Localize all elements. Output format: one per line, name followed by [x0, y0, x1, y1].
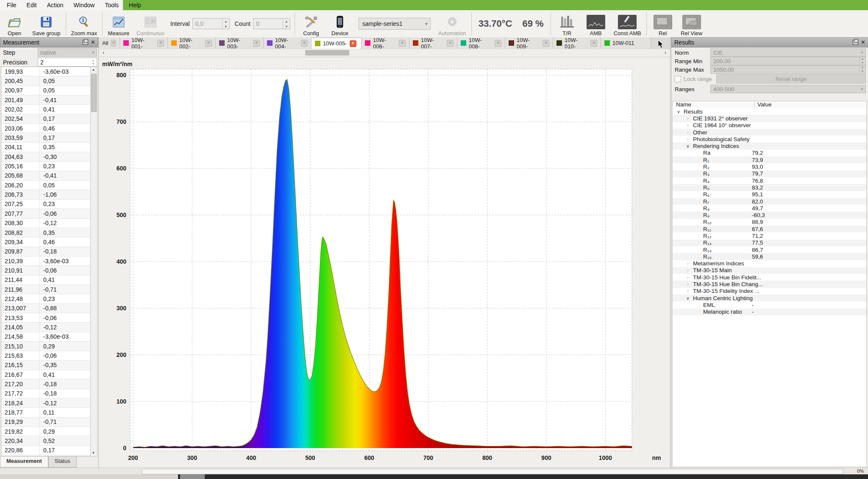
table-row[interactable]: 206,200,05 — [1, 181, 92, 190]
float-panel-icon[interactable] — [83, 40, 88, 45]
table-row[interactable]: 205,160,23 — [1, 162, 92, 171]
chart-scrollbar-thumb[interactable] — [305, 50, 349, 56]
table-row[interactable]: 199,93-3,60e-03 — [1, 67, 92, 76]
tree-row[interactable]: R₁₁67,6 — [673, 226, 866, 232]
table-row[interactable]: 208,820,35 — [1, 228, 92, 237]
table-row[interactable]: 217,20-0,18 — [1, 379, 92, 389]
zoom-max-button[interactable]: Zoom max — [68, 10, 100, 37]
save-group-button[interactable]: Save group — [29, 10, 64, 37]
table-row[interactable]: 202,540,17 — [1, 114, 92, 124]
tree-row[interactable]: R₇82,0 — [673, 198, 866, 205]
table-row[interactable]: 205,68-0,41 — [1, 171, 92, 181]
menu-help[interactable]: Help — [124, 1, 146, 9]
tab-10w-011[interactable]: 10W-011 — [601, 37, 651, 49]
table-row[interactable]: 220,340,52 — [1, 436, 92, 446]
table-row[interactable]: 217,72-0,18 — [1, 389, 92, 398]
automation-button[interactable]: Automation — [435, 10, 470, 37]
interval-spinbox[interactable]: 0,0 ▲▼ — [192, 18, 230, 29]
tab-close-icon[interactable]: ✕ — [350, 40, 356, 47]
expander-closed-icon[interactable]: › — [685, 116, 690, 121]
tab-status[interactable]: Status — [48, 457, 77, 468]
scroll-up-icon[interactable]: ▲ — [91, 67, 96, 73]
tree-row[interactable]: R₂93,0 — [673, 163, 866, 170]
tree-row[interactable]: ∨Human Centric Lighting — [673, 295, 866, 301]
expander-closed-icon[interactable]: › — [685, 268, 690, 273]
table-row[interactable]: 203,590,17 — [1, 133, 92, 142]
reset-range-button[interactable]: Reset range — [716, 74, 866, 84]
tree-row[interactable]: ›Other — [673, 129, 866, 136]
tab-10w-008-[interactable]: 10W-008-✕ — [457, 37, 505, 49]
norm-dropdown[interactable]: CIE ▼ — [710, 48, 866, 57]
tree-row[interactable]: ›TM-30-15 Hue Bin Fidelit... — [673, 274, 866, 281]
range-max-spinbox[interactable]: 1050,00 ▲▼ — [710, 65, 866, 74]
expander-open-icon[interactable]: ∨ — [676, 109, 681, 114]
table-row[interactable]: 218,24-0,12 — [1, 398, 92, 408]
tree-row[interactable]: R₁₀88,9 — [673, 219, 866, 226]
tab-10w-002-[interactable]: 10W-002-✕ — [168, 37, 216, 49]
table-row[interactable]: 219,29-0,71 — [1, 418, 92, 427]
tree-row[interactable]: R₁₃77,5 — [673, 240, 866, 246]
tree-row[interactable]: EML- — [673, 301, 866, 308]
table-row[interactable]: 213,53-0,06 — [1, 313, 92, 323]
table-row[interactable]: 212,480,23 — [1, 294, 92, 304]
count-spin-arrows[interactable]: ▲▼ — [283, 19, 290, 29]
table-row[interactable]: 200,450,05 — [1, 76, 92, 86]
results-tree[interactable]: ∨Results›CIE 1931 2° observer›CIE 1964 1… — [672, 108, 867, 467]
tab-close-icon[interactable]: ✕ — [301, 40, 308, 47]
table-row[interactable]: 203,060,46 — [1, 124, 92, 133]
menu-tools[interactable]: Tools — [100, 1, 124, 9]
table-row[interactable]: 214,58-3,60e-03 — [1, 332, 92, 342]
table-row[interactable]: 209,340,46 — [1, 237, 92, 247]
measure-button[interactable]: Measure — [104, 10, 133, 37]
tree-row[interactable]: R₄76,8 — [673, 177, 866, 184]
tree-row[interactable]: ∨Rendering Indices — [673, 142, 866, 149]
tree-row[interactable]: R₈49,7 — [673, 205, 866, 212]
expander-closed-icon[interactable]: › — [685, 137, 690, 142]
expander-closed-icon[interactable]: › — [685, 275, 690, 280]
tree-row[interactable]: R₅83,2 — [673, 184, 866, 191]
tab-close-icon[interactable]: ✕ — [495, 40, 501, 47]
tab-close-icon[interactable]: ✕ — [447, 40, 453, 47]
expander-closed-icon[interactable]: › — [685, 261, 690, 266]
menu-action[interactable]: Action — [42, 1, 69, 9]
step-dropdown[interactable]: native ▼ — [38, 48, 97, 57]
tab-10w-007-[interactable]: 10W-007-✕ — [409, 37, 457, 49]
scroll-down-icon[interactable]: ▼ — [91, 450, 96, 456]
close-panel-icon[interactable]: ✕ — [91, 40, 95, 45]
tree-row[interactable]: ›TM-30-15 Hue Bin Chang... — [673, 281, 866, 287]
table-row[interactable]: 216,15-0,35 — [1, 361, 92, 370]
tree-row[interactable]: ›TM-30-15 Fidelity Index ... — [673, 288, 866, 295]
tab-10w-003-[interactable]: 10W-003-✕ — [216, 37, 264, 49]
scroll-left-icon[interactable]: ‹ — [100, 49, 107, 56]
menu-window[interactable]: Window — [69, 1, 100, 9]
tab-10w-010-[interactable]: 10W-010-✕ — [553, 37, 601, 49]
tab-close-icon[interactable]: ✕ — [205, 40, 212, 47]
range-min-spin-arrows[interactable]: ▲▼ — [859, 57, 865, 65]
scrollbar-thumb[interactable] — [91, 74, 97, 112]
ranges-dropdown[interactable]: 400-500 ▼ — [710, 85, 866, 93]
tree-row[interactable]: R₃79,7 — [673, 170, 866, 177]
tree-row[interactable]: R₁₅59,6 — [673, 253, 866, 260]
count-spinbox[interactable]: 0 ▲▼ — [253, 18, 290, 29]
rel-view-button[interactable]: Rel View — [677, 10, 706, 37]
tree-row[interactable]: R₁73,9 — [673, 156, 866, 163]
tab-10w-004-[interactable]: 10W-004-✕ — [264, 37, 312, 49]
float-panel-icon[interactable] — [853, 40, 858, 45]
tree-row[interactable]: R₆95,1 — [673, 191, 866, 198]
table-row[interactable]: 211,96-0,71 — [1, 285, 92, 294]
tree-row[interactable]: ›CIE 1964 10° observer — [673, 122, 866, 129]
table-row[interactable]: 214,05-0,12 — [1, 323, 92, 332]
lock-range-checkbox[interactable] — [675, 76, 681, 82]
tab-close-icon[interactable]: ✕ — [111, 40, 116, 47]
table-row[interactable]: 204,63-0,30 — [1, 152, 92, 162]
table-row[interactable]: 204,110,35 — [1, 143, 92, 152]
measurement-scrollbar[interactable]: ▲ ▼ — [90, 67, 97, 457]
table-row[interactable]: 200,970,05 — [1, 86, 92, 95]
tab-10w-005-[interactable]: 10W-005-✕ — [312, 37, 362, 49]
tr-button[interactable]: T/R — [553, 10, 581, 37]
table-row[interactable]: 213,007-0,88 — [1, 304, 92, 313]
expander-closed-icon[interactable]: › — [685, 289, 690, 293]
tab-10w-009-[interactable]: 10W-009-✕ — [505, 37, 553, 49]
rel-button[interactable]: Rel — [648, 10, 677, 37]
continuous-button[interactable]: Continuous — [133, 10, 168, 37]
